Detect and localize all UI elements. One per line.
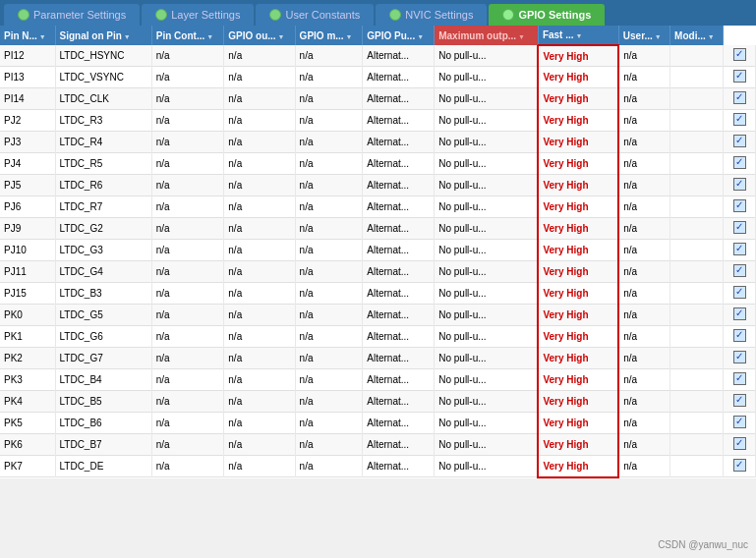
cell-maxout: Very High (538, 218, 618, 240)
checkbox-icon[interactable] (733, 178, 746, 191)
cell-maxout: Very High (538, 283, 618, 305)
cell-gpio-pu: Alternat... (363, 434, 435, 456)
cell-modi[interactable] (724, 305, 756, 326)
checkbox-icon[interactable] (733, 48, 746, 61)
col-header-9[interactable]: Modi... (670, 26, 724, 45)
cell-pin: PI13 (0, 67, 55, 88)
checkbox-icon[interactable] (733, 70, 746, 83)
checkbox-icon[interactable] (733, 113, 746, 126)
checkbox-icon[interactable] (733, 199, 746, 212)
cell-fast: n/a (618, 369, 669, 391)
cell-user (670, 434, 724, 456)
col-header-8[interactable]: User... (618, 26, 669, 45)
cell-pincont: n/a (151, 218, 224, 240)
cell-modi[interactable] (724, 132, 756, 153)
cell-gpio-m: n/a (295, 67, 363, 88)
tab-user-constants[interactable]: User Constants (256, 4, 374, 26)
cell-user (670, 196, 724, 218)
cell-gpio-pu: Alternat... (363, 88, 435, 110)
cell-pull: No pull-u... (435, 456, 539, 477)
cell-modi[interactable] (724, 196, 756, 218)
cell-pin: PK6 (0, 434, 55, 456)
cell-modi[interactable] (724, 88, 756, 110)
cell-pin: PJ15 (0, 283, 55, 305)
checkbox-icon[interactable] (733, 437, 746, 450)
col-header-1[interactable]: Signal on Pin (55, 26, 151, 45)
col-header-6[interactable]: Maximum outp... (435, 26, 539, 45)
cell-pin: PI12 (0, 45, 55, 67)
col-header-7[interactable]: Fast ... (538, 26, 618, 45)
cell-pincont: n/a (151, 240, 224, 261)
col-header-5[interactable]: GPIO Pu... (363, 26, 435, 45)
cell-modi[interactable] (724, 456, 756, 477)
checkbox-icon[interactable] (733, 135, 746, 147)
checkbox-icon[interactable] (733, 307, 746, 320)
checkbox-icon[interactable] (733, 416, 746, 428)
table-row: PI12LTDC_HSYNCn/an/an/aAlternat...No pul… (0, 45, 756, 67)
tab-gpio-settings[interactable]: GPIO Settings (489, 4, 605, 26)
cell-gpio-ou: n/a (224, 326, 295, 348)
tab-nvic-settings[interactable]: NVIC Settings (376, 4, 487, 26)
cell-gpio-ou: n/a (224, 45, 295, 67)
cell-modi[interactable] (724, 283, 756, 305)
col-header-4[interactable]: GPIO m... (295, 26, 363, 45)
cell-user (670, 218, 724, 240)
cell-modi[interactable] (724, 45, 756, 67)
cell-gpio-ou: n/a (224, 240, 295, 261)
checkbox-icon[interactable] (733, 394, 746, 407)
checkbox-icon[interactable] (733, 286, 746, 299)
cell-modi[interactable] (724, 391, 756, 413)
cell-modi[interactable] (724, 348, 756, 369)
cell-modi[interactable] (724, 175, 756, 196)
cell-maxout: Very High (538, 132, 618, 153)
cell-gpio-pu: Alternat... (363, 261, 435, 283)
cell-pin: PK0 (0, 305, 55, 326)
checkbox-icon[interactable] (733, 156, 746, 169)
cell-modi[interactable] (724, 67, 756, 88)
cell-pull: No pull-u... (435, 240, 539, 261)
cell-pin: PK7 (0, 456, 55, 477)
cell-maxout: Very High (538, 348, 618, 369)
cell-modi[interactable] (724, 434, 756, 456)
cell-gpio-ou: n/a (224, 391, 295, 413)
checkbox-icon[interactable] (733, 243, 746, 255)
cell-gpio-ou: n/a (224, 196, 295, 218)
cell-modi[interactable] (724, 369, 756, 391)
cell-gpio-m: n/a (295, 434, 363, 456)
checkbox-icon[interactable] (733, 264, 746, 277)
cell-modi[interactable] (724, 218, 756, 240)
cell-modi[interactable] (724, 261, 756, 283)
cell-modi[interactable] (724, 413, 756, 434)
cell-gpio-pu: Alternat... (363, 218, 435, 240)
cell-gpio-m: n/a (295, 153, 363, 175)
tab-layer-settings[interactable]: Layer Settings (142, 4, 254, 26)
checkbox-icon[interactable] (733, 91, 746, 104)
checkbox-icon[interactable] (733, 329, 746, 342)
cell-modi[interactable] (724, 326, 756, 348)
cell-user (670, 110, 724, 132)
cell-gpio-ou: n/a (224, 305, 295, 326)
table-container: Pin N...Signal on PinPin Cont...GPIO ou.… (0, 26, 756, 527)
cell-modi[interactable] (724, 240, 756, 261)
tab-icon-2 (269, 9, 281, 21)
cell-fast: n/a (618, 326, 669, 348)
cell-maxout: Very High (538, 261, 618, 283)
col-header-2[interactable]: Pin Cont... (151, 26, 224, 45)
cell-gpio-ou: n/a (224, 67, 295, 88)
checkbox-icon[interactable] (733, 372, 746, 385)
cell-fast: n/a (618, 261, 669, 283)
col-header-3[interactable]: GPIO ou... (224, 26, 295, 45)
tab-parameter-settings[interactable]: Parameter Settings (4, 4, 140, 26)
col-header-0[interactable]: Pin N... (0, 26, 55, 45)
cell-user (670, 240, 724, 261)
checkbox-icon[interactable] (733, 459, 746, 472)
cell-modi[interactable] (724, 110, 756, 132)
checkbox-icon[interactable] (733, 351, 746, 363)
checkbox-icon[interactable] (733, 221, 746, 234)
cell-fast: n/a (618, 434, 669, 456)
table-row: PI14LTDC_CLKn/an/an/aAlternat...No pull-… (0, 88, 756, 110)
cell-modi[interactable] (724, 153, 756, 175)
cell-gpio-ou: n/a (224, 132, 295, 153)
cell-fast: n/a (618, 88, 669, 110)
table-row: PK1LTDC_G6n/an/an/aAlternat...No pull-u.… (0, 326, 756, 348)
